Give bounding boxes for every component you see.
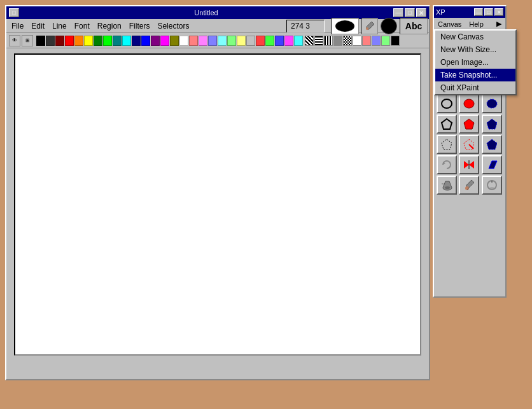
tool-eyedropper[interactable] xyxy=(459,176,479,195)
menu-new-with-size[interactable]: New With Size... xyxy=(435,43,515,56)
grid-view-icon[interactable]: ⊞ xyxy=(22,35,33,46)
maximize-button[interactable]: □ xyxy=(405,8,415,17)
main-window: □ Untitled — □ ✕ File Edit Line Font Reg… xyxy=(5,5,430,380)
menu-region[interactable]: Region xyxy=(94,20,125,32)
color-lightgreen[interactable] xyxy=(227,36,236,46)
tool-oval-filled[interactable] xyxy=(459,94,479,113)
color-extra2[interactable] xyxy=(372,36,381,46)
tool-preview-area: Abc xyxy=(331,18,428,34)
dropper-preview xyxy=(361,18,378,34)
svg-marker-23 xyxy=(487,119,497,129)
window-icon[interactable]: □ xyxy=(9,8,19,17)
color-white[interactable] xyxy=(179,36,188,46)
tool-oval-dotted[interactable] xyxy=(482,94,502,113)
menu-new-canvas[interactable]: New Canvas xyxy=(435,31,515,43)
color-maroon[interactable] xyxy=(55,36,64,46)
menu-selectors[interactable]: Selectors xyxy=(153,20,193,32)
svg-point-20 xyxy=(487,99,497,108)
color-orange[interactable] xyxy=(74,36,83,46)
color-lime[interactable] xyxy=(103,36,112,46)
window-title: Untitled xyxy=(19,9,393,17)
tool-poly-filled[interactable] xyxy=(459,114,479,134)
pattern-area xyxy=(305,36,361,46)
pattern-1[interactable] xyxy=(305,36,314,46)
drawing-canvas[interactable] xyxy=(14,53,421,356)
minimize-button[interactable]: — xyxy=(393,8,403,17)
color-teal[interactable] xyxy=(113,36,122,46)
color-magenta[interactable] xyxy=(160,36,169,46)
pattern-5[interactable] xyxy=(343,36,352,46)
tools-close-button[interactable]: ✕ xyxy=(494,8,503,16)
menu-take-snapshot[interactable]: Take Snapshot... xyxy=(435,69,515,81)
text-tool-preview[interactable]: Abc xyxy=(400,18,428,34)
color-darkgreen[interactable] xyxy=(94,36,102,46)
tools-menu-canvas[interactable]: Canvas xyxy=(434,18,465,30)
tool-bucket[interactable] xyxy=(437,176,457,195)
color-silver[interactable] xyxy=(246,36,255,46)
svg-marker-21 xyxy=(442,119,452,129)
tool-flip[interactable] xyxy=(459,155,479,174)
svg-marker-33 xyxy=(489,161,497,169)
tool-poly-dotted[interactable] xyxy=(482,114,502,134)
tool-rotate[interactable] xyxy=(437,155,457,174)
pattern-2[interactable] xyxy=(314,36,323,46)
foreground-color[interactable] xyxy=(381,18,397,34)
tool-fuzzy-select[interactable] xyxy=(482,135,502,154)
pattern-6[interactable] xyxy=(353,36,361,46)
brush-shape xyxy=(335,20,354,32)
menu-quit-xpaint[interactable]: Quit XPaint xyxy=(435,81,515,94)
color-lightblue[interactable] xyxy=(208,36,217,46)
color-red[interactable] xyxy=(65,36,74,46)
tool-poly-outline[interactable] xyxy=(437,114,457,134)
color-purple[interactable] xyxy=(151,36,160,46)
tool-skew[interactable] xyxy=(482,155,502,174)
color-medpink[interactable] xyxy=(284,36,293,46)
svg-point-39 xyxy=(489,187,494,190)
color-extra3[interactable] xyxy=(381,36,390,46)
menu-line[interactable]: Line xyxy=(48,20,71,32)
close-button[interactable]: ✕ xyxy=(416,8,426,17)
menu-edit[interactable]: Edit xyxy=(27,20,48,32)
color-medcyan[interactable] xyxy=(294,36,303,46)
color-coral[interactable] xyxy=(256,36,265,46)
color-lightcyan[interactable] xyxy=(218,36,227,46)
color-cyan[interactable] xyxy=(122,36,131,46)
color-yellow[interactable] xyxy=(84,36,93,46)
zoom-view-icon[interactable]: 👁 xyxy=(9,35,20,46)
tool-select-rect[interactable] xyxy=(437,135,457,154)
tool-wand[interactable] xyxy=(482,176,502,195)
tools-window-title: XP xyxy=(436,8,445,16)
palette-row: 👁 ⊞ xyxy=(6,33,429,48)
color-olive[interactable] xyxy=(170,36,179,46)
svg-marker-30 xyxy=(464,161,469,169)
color-blue[interactable] xyxy=(141,36,150,46)
tools-menu-scroll[interactable]: ▶ xyxy=(493,18,505,30)
menu-filters[interactable]: Filters xyxy=(125,20,154,32)
color-darkgray[interactable] xyxy=(46,36,55,46)
tools-maximize-button[interactable]: □ xyxy=(484,8,493,16)
view-icons: 👁 ⊞ xyxy=(9,35,33,46)
canvas-container xyxy=(6,48,429,361)
color-extra4[interactable] xyxy=(391,36,400,46)
pattern-3[interactable] xyxy=(324,36,333,46)
tools-title-bar: XP — □ ✕ xyxy=(434,6,505,18)
menu-file[interactable]: File xyxy=(8,20,27,32)
svg-marker-31 xyxy=(469,161,474,169)
tool-oval-outline[interactable] xyxy=(437,94,457,113)
tools-minimize-button[interactable]: — xyxy=(474,8,483,16)
color-lightyellow[interactable] xyxy=(237,36,246,46)
color-black[interactable] xyxy=(36,36,45,46)
color-medblue[interactable] xyxy=(275,36,284,46)
color-navy[interactable] xyxy=(132,36,141,46)
tools-window: XP — □ ✕ Canvas Help ▶ New Canvas New Wi… xyxy=(433,5,507,298)
color-lightred[interactable] xyxy=(189,36,198,46)
color-extra1[interactable] xyxy=(362,36,371,46)
tool-select-arrow[interactable] xyxy=(459,135,479,154)
menu-open-image[interactable]: Open Image... xyxy=(435,56,515,69)
pattern-4[interactable] xyxy=(333,36,342,46)
menu-font[interactable]: Font xyxy=(71,20,94,32)
color-lightpink[interactable] xyxy=(199,36,207,46)
tools-menu-help[interactable]: Help xyxy=(465,18,487,30)
menu-bar: File Edit Line Font Region Filters Selec… xyxy=(6,19,429,33)
color-medgreen[interactable] xyxy=(265,36,274,46)
